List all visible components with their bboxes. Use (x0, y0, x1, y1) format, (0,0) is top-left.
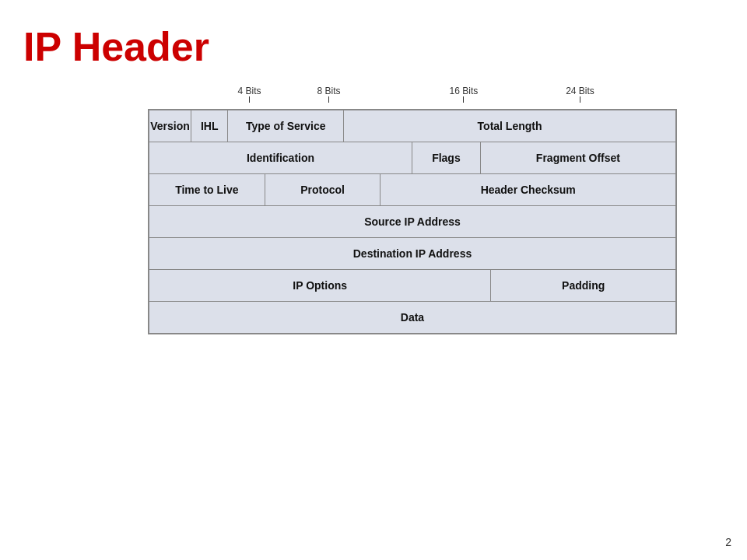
cell-flags: Flags (412, 142, 481, 173)
cell-protocol: Protocol (265, 174, 381, 205)
table-row-7: Data (149, 302, 675, 333)
table-row-5: Destination IP Address (149, 238, 675, 270)
cell-source-ip: Source IP Address (149, 206, 675, 237)
cell-ihl: IHL (191, 110, 228, 142)
4-bits-marker: 4 Bits (238, 86, 261, 103)
cell-total-length: Total Length (344, 110, 675, 142)
cell-header-checksum: Header Checksum (381, 174, 675, 205)
page-number: 2 (725, 536, 731, 548)
ip-header-diagram: 4 Bits 8 Bits 16 Bits 24 Bits Version IH… (148, 86, 677, 334)
table-row-2: Identification Flags Fragment Offset (149, 142, 675, 174)
cell-destination-ip: Destination IP Address (149, 238, 675, 269)
24-bits-marker: 24 Bits (566, 86, 594, 103)
cell-fragment-offset: Fragment Offset (481, 142, 675, 173)
cell-type-of-service: Type of Service (228, 110, 344, 142)
ip-header-table: Version IHL Type of Service Total Length… (148, 109, 677, 334)
cell-version: Version (149, 110, 191, 142)
16-bits-marker: 16 Bits (450, 86, 479, 103)
page-title: IP Header (0, 0, 747, 78)
cell-ip-options: IP Options (149, 270, 491, 301)
table-row-4: Source IP Address (149, 206, 675, 238)
table-row-1: Version IHL Type of Service Total Length (149, 110, 675, 142)
table-row-3: Time to Live Protocol Header Checksum (149, 174, 675, 206)
table-row-6: IP Options Padding (149, 270, 675, 302)
cell-data: Data (149, 302, 675, 333)
cell-time-to-live: Time to Live (149, 174, 265, 205)
8-bits-marker: 8 Bits (317, 86, 341, 103)
cell-identification: Identification (149, 142, 412, 173)
cell-padding: Padding (491, 270, 675, 301)
bit-markers-row: 4 Bits 8 Bits 16 Bits 24 Bits (148, 86, 677, 107)
